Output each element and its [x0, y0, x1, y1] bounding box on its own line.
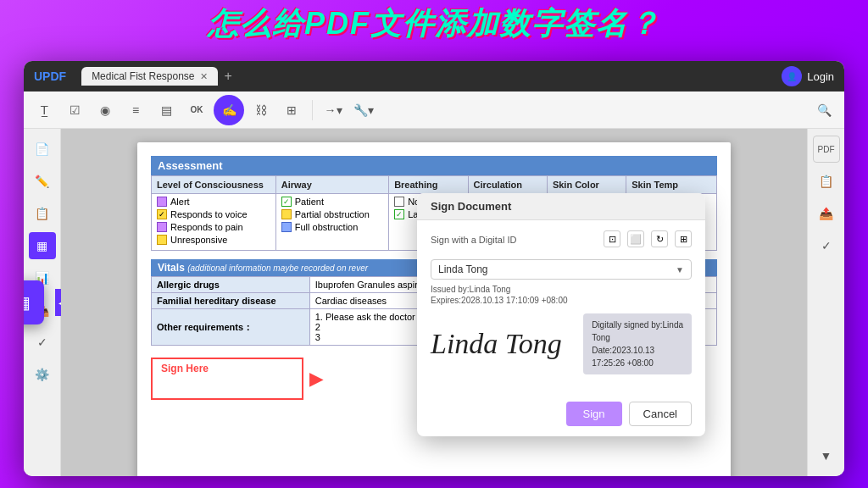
modal-icon-4[interactable]: ⊞: [675, 230, 692, 247]
dropdown-value: Linda Tong: [438, 263, 488, 275]
link-tool-button[interactable]: ⛓: [248, 97, 275, 124]
toolbar-separator: [312, 100, 313, 120]
floating-thumbnail[interactable]: ▦: [24, 280, 44, 324]
signature-details: Digitally signed by:Linda Tong Date:2023…: [583, 313, 692, 374]
sidebar-icon-settings[interactable]: ⚙️: [29, 361, 56, 388]
digital-id-dropdown[interactable]: Linda Tong ▼: [431, 259, 692, 280]
right-sidebar: PDF 📋 📤 ✓ ▼: [807, 129, 844, 476]
consciousness-voice[interactable]: ✓ Responds to voice: [157, 209, 270, 219]
right-sidebar-icon-check[interactable]: ✓: [813, 232, 840, 259]
modal-icon-1[interactable]: ⊡: [604, 230, 620, 247]
pdf-page: Assessment Level of Consciousness Airway…: [137, 142, 731, 476]
consciousness-alert[interactable]: Alert: [157, 197, 270, 207]
right-sidebar-icon-down[interactable]: ▼: [813, 442, 840, 469]
cancel-button[interactable]: Cancel: [629, 402, 692, 426]
airway-cell: ✓ Patient Partial obstruction: [275, 194, 388, 251]
sign-here-arrow-icon: ▶: [309, 369, 322, 389]
text-tool-button[interactable]: T̲: [31, 97, 58, 124]
full-checkbox[interactable]: [281, 222, 292, 232]
allergic-drugs-label: Allergic drugs: [152, 277, 310, 293]
wrench-tool-button[interactable]: 🔧▾: [350, 97, 377, 124]
modal-body: Sign with a Digital ID ⊡ ⬜ ↻ ⊞ Linda Ton…: [417, 220, 705, 395]
sidebar-icon-grid[interactable]: ▦: [29, 232, 56, 259]
top-banner: 怎么给PDF文件添加数字签名？: [0, 0, 868, 44]
issued-by-text: Issued by:Linda Tong: [431, 285, 692, 294]
full-label: Full obstruction: [295, 222, 359, 232]
checkbox-tool-button[interactable]: ☑: [61, 97, 88, 124]
vitals-header-subtitle: (additional information maybe recorded o…: [187, 263, 368, 273]
sidebar-icon-edit[interactable]: ✏️: [29, 168, 56, 195]
active-tab[interactable]: Medical Fist Response ✕: [81, 67, 217, 86]
radio-tool-button[interactable]: ◉: [92, 97, 119, 124]
modal-icon-2[interactable]: ⬜: [627, 230, 644, 247]
hereditary-disease-label: Familial hereditary disease: [152, 293, 310, 309]
list-tool-button[interactable]: ≡: [122, 97, 149, 124]
partial-label: Partial obstruction: [295, 209, 370, 219]
col-header-skintemp: Skin Temp: [626, 176, 717, 194]
sign-document-modal: Sign Document Sign with a Digital ID ⊡ ⬜…: [417, 193, 705, 436]
normal-checkbox[interactable]: [394, 197, 404, 207]
col-header-skincolor: Skin Color: [547, 176, 626, 194]
left-sidebar: 📄 ✏️ 📋 ▦ 📊 📤 ✓ ⚙️ ◀ ▦: [24, 129, 61, 476]
voice-label: Responds to voice: [170, 209, 248, 219]
tab-add-icon[interactable]: +: [225, 69, 232, 84]
voice-checkbox[interactable]: ✓: [157, 209, 167, 219]
sign-here-label: Sign Here: [161, 363, 209, 374]
unresponsive-checkbox[interactable]: [157, 235, 167, 245]
consciousness-unresponsive[interactable]: Unresponsive: [157, 235, 270, 245]
unresponsive-label: Unresponsive: [170, 235, 227, 245]
expires-text: Expires:2028.10.13 17:10:09 +08:00: [431, 296, 692, 305]
pdf-area: Assessment Level of Consciousness Airway…: [61, 129, 807, 476]
arrow-tool-button[interactable]: →▾: [320, 97, 347, 124]
airway-full[interactable]: Full obstruction: [281, 222, 383, 232]
vitals-header-title: Vitals: [158, 262, 185, 274]
main-area: 📄 ✏️ 📋 ▦ 📊 📤 ✓ ⚙️ ◀ ▦ Assessment: [24, 129, 844, 476]
col-header-consciousness: Level of Consciousness: [152, 176, 276, 194]
right-sidebar-icon-page[interactable]: PDF: [813, 136, 840, 163]
sign-tool-button[interactable]: ✍: [214, 95, 244, 125]
sidebar-icon-check[interactable]: ✓: [29, 329, 56, 356]
title-bar: UPDF Medical Fist Response ✕ + 👤 Login: [24, 61, 844, 92]
airway-partial[interactable]: Partial obstruction: [281, 209, 383, 219]
login-button[interactable]: 👤 Login: [782, 66, 834, 86]
patient-checkbox[interactable]: ✓: [281, 197, 292, 207]
modal-section-title: Sign with a Digital ID: [431, 235, 517, 245]
signature-preview: Linda Tong Digitally signed by:Linda Ton…: [431, 313, 692, 374]
consciousness-pain[interactable]: Responds to pain: [157, 222, 270, 232]
tab-close-icon[interactable]: ✕: [200, 71, 208, 82]
updf-logo: UPDF: [34, 69, 66, 83]
col-header-breathing: Breathing: [389, 176, 468, 194]
tab-label: Medical Fist Response: [92, 70, 194, 82]
sidebar-icon-clipboard[interactable]: 📋: [29, 200, 56, 227]
login-label: Login: [807, 70, 834, 83]
pain-label: Responds to pain: [170, 222, 243, 232]
ok-tool-button[interactable]: OK: [183, 97, 210, 124]
field-tool-button[interactable]: ▤: [153, 97, 180, 124]
sidebar-icon-page[interactable]: 📄: [29, 136, 56, 163]
right-sidebar-icon-upload[interactable]: 📤: [813, 200, 840, 227]
signature-name: Linda Tong: [431, 328, 573, 360]
grid-tool-button[interactable]: ⊞: [278, 97, 305, 124]
modal-footer: Sign Cancel: [417, 395, 705, 436]
sig-detail-line2: Tong: [592, 331, 683, 344]
sign-button[interactable]: Sign: [566, 402, 622, 426]
sig-detail-date: Date:2023.10.13: [592, 344, 683, 357]
alert-checkbox[interactable]: [157, 197, 167, 207]
modal-header: Sign Document: [417, 193, 705, 220]
consciousness-cell: Alert ✓ Responds to voice Responds to pa…: [152, 194, 276, 251]
partial-checkbox[interactable]: [281, 209, 292, 219]
tab-area: Medical Fist Response ✕ +: [81, 67, 773, 86]
laboued-checkbox[interactable]: ✓: [394, 209, 404, 219]
sign-here-box[interactable]: Sign Here ▶: [151, 358, 303, 400]
pain-checkbox[interactable]: [157, 222, 167, 232]
alert-label: Alert: [170, 197, 190, 207]
dropdown-arrow-icon: ▼: [676, 265, 684, 274]
right-sidebar-icon-clipboard[interactable]: 📋: [813, 168, 840, 195]
airway-patient[interactable]: ✓ Patient: [281, 197, 383, 207]
patient-label: Patient: [295, 197, 324, 207]
search-icon-button[interactable]: 🔍: [810, 97, 837, 124]
col-header-circulation: Circulation: [468, 176, 547, 194]
modal-icon-row: ⊡ ⬜ ↻ ⊞: [604, 230, 692, 247]
col-header-airway: Airway: [275, 176, 388, 194]
modal-icon-3[interactable]: ↻: [651, 230, 668, 247]
